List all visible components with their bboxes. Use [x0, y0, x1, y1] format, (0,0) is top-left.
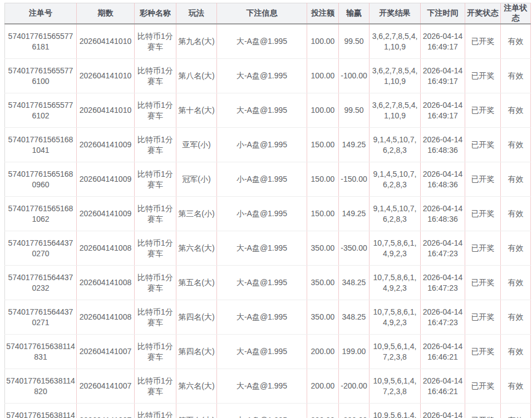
- table-header: 注单号期数彩种名称玩法下注信息投注额输赢开奖结果下注时间开奖状态注单状态: [5, 3, 531, 24]
- cell-draw_result: 10,9,5,6,1,4,7,2,3,8: [370, 335, 421, 369]
- cell-bet_id: 5740177615655776100: [5, 59, 77, 93]
- cell-bet_info: 大-A盘@1.995: [217, 266, 307, 300]
- cell-lottery_name: 比特币1分赛车: [135, 162, 176, 197]
- table-body: 5740177615655776181202604141010比特币1分赛车第九…: [5, 24, 531, 418]
- cell-play: 冠军(小): [176, 162, 217, 197]
- cell-bet_info: 小-A盘@1.995: [217, 162, 307, 197]
- cell-order_status: 有效: [501, 369, 531, 404]
- cell-play: 第十名(大): [176, 93, 217, 128]
- cell-period: 202604141010: [77, 59, 135, 93]
- cell-bet_amount: 100.00: [307, 59, 339, 93]
- cell-draw_status: 已开奖: [465, 266, 501, 300]
- cell-play: 第八名(大): [176, 59, 217, 93]
- cell-draw_result: 10,9,5,6,1,4,7,2,3,8: [370, 404, 421, 418]
- cell-period: 202604141008: [77, 300, 135, 335]
- cell-win_loss: -100.00: [339, 59, 370, 93]
- table-row: 5740177615638114831202604141007比特币1分赛车第四…: [5, 335, 531, 369]
- cell-bet_id: 5740177615638114812: [5, 404, 77, 418]
- cell-bet_info: 小-A盘@1.995: [217, 128, 307, 162]
- cell-period: 202604141010: [77, 93, 135, 128]
- bet-records-panel: 注单号期数彩种名称玩法下注信息投注额输赢开奖结果下注时间开奖状态注单状态 574…: [0, 0, 532, 418]
- cell-order_status: 有效: [501, 197, 531, 231]
- cell-period: 202604141008: [77, 231, 135, 266]
- cell-play: 第六名(大): [176, 231, 217, 266]
- cell-win_loss: 149.25: [339, 128, 370, 162]
- cell-bet_info: 大-A盘@1.995: [217, 369, 307, 404]
- cell-bet_amount: 100.00: [307, 93, 339, 128]
- cell-bet_amount: 150.00: [307, 197, 339, 231]
- cell-lottery_name: 比特币1分赛车: [135, 197, 176, 231]
- cell-play: 第四名(大): [176, 300, 217, 335]
- cell-order_status: 有效: [501, 335, 531, 369]
- bet-records-table: 注单号期数彩种名称玩法下注信息投注额输赢开奖结果下注时间开奖状态注单状态 574…: [4, 3, 531, 418]
- cell-bet_id: 5740177615651680960: [5, 162, 77, 197]
- cell-bet_id: 5740177615644370232: [5, 266, 77, 300]
- cell-bet_info: 大-A盘@1.995: [217, 24, 307, 59]
- cell-bet_info: 大-A盘@1.995: [217, 231, 307, 266]
- cell-bet_amount: 100.00: [307, 24, 339, 59]
- cell-bet_time: 2026-04-14 16:49:17: [421, 59, 465, 93]
- column-header-order_status: 注单状态: [501, 3, 531, 24]
- column-header-bet_amount: 投注额: [307, 3, 339, 24]
- cell-period: 202604141009: [77, 197, 135, 231]
- cell-order_status: 有效: [501, 59, 531, 93]
- cell-draw_result: 3,6,2,7,8,5,4,1,10,9: [370, 24, 421, 59]
- cell-bet_info: 小-A盘@1.995: [217, 197, 307, 231]
- cell-draw_status: 已开奖: [465, 162, 501, 197]
- cell-lottery_name: 比特币1分赛车: [135, 24, 176, 59]
- cell-win_loss: 149.25: [339, 197, 370, 231]
- table-row: 5740177615651681062202604141009比特币1分赛车第三…: [5, 197, 531, 231]
- cell-period: 202604141008: [77, 266, 135, 300]
- cell-bet_time: 2026-04-14 16:47:23: [421, 300, 465, 335]
- cell-play: 第四名(大): [176, 335, 217, 369]
- cell-order_status: 有效: [501, 300, 531, 335]
- cell-win_loss: 99.50: [339, 93, 370, 128]
- cell-bet_amount: 150.00: [307, 162, 339, 197]
- column-header-draw_status: 开奖状态: [465, 3, 501, 24]
- column-header-bet_time: 下注时间: [421, 3, 465, 24]
- cell-bet_time: 2026-04-14 16:47:23: [421, 231, 465, 266]
- table-row: 5740177615638114812202604141007比特币1分赛车第五…: [5, 404, 531, 418]
- table-row: 5740177615644370271202604141008比特币1分赛车第四…: [5, 300, 531, 335]
- cell-win_loss: -200.00: [339, 404, 370, 418]
- cell-bet_time: 2026-04-14 16:47:23: [421, 266, 465, 300]
- column-header-draw_result: 开奖结果: [370, 3, 421, 24]
- cell-lottery_name: 比特币1分赛车: [135, 369, 176, 404]
- cell-bet_time: 2026-04-14 16:46:21: [421, 369, 465, 404]
- column-header-period: 期数: [77, 3, 135, 24]
- column-header-win_loss: 输赢: [339, 3, 370, 24]
- table-row: 5740177615655776100202604141010比特币1分赛车第八…: [5, 59, 531, 93]
- cell-period: 202604141009: [77, 162, 135, 197]
- cell-bet_time: 2026-04-14 16:46:21: [421, 335, 465, 369]
- cell-bet_amount: 350.00: [307, 266, 339, 300]
- cell-bet_id: 5740177615655776102: [5, 93, 77, 128]
- cell-order_status: 有效: [501, 162, 531, 197]
- cell-period: 202604141007: [77, 404, 135, 418]
- cell-bet_time: 2026-04-14 16:49:17: [421, 93, 465, 128]
- table-row: 5740177615655776181202604141010比特币1分赛车第九…: [5, 24, 531, 59]
- cell-play: 亚军(小): [176, 128, 217, 162]
- column-header-lottery_name: 彩种名称: [135, 3, 176, 24]
- table-row: 5740177615638114820202604141007比特币1分赛车第六…: [5, 369, 531, 404]
- cell-bet_amount: 150.00: [307, 128, 339, 162]
- cell-lottery_name: 比特币1分赛车: [135, 300, 176, 335]
- cell-bet_time: 2026-04-14 16:48:36: [421, 197, 465, 231]
- cell-win_loss: -200.00: [339, 369, 370, 404]
- cell-bet_amount: 200.00: [307, 404, 339, 418]
- cell-lottery_name: 比特币1分赛车: [135, 266, 176, 300]
- cell-bet_amount: 350.00: [307, 231, 339, 266]
- cell-play: 第三名(小): [176, 197, 217, 231]
- cell-bet_info: 大-A盘@1.995: [217, 59, 307, 93]
- cell-bet_time: 2026-04-14 16:48:36: [421, 162, 465, 197]
- cell-lottery_name: 比特币1分赛车: [135, 128, 176, 162]
- cell-bet_id: 5740177615644370271: [5, 300, 77, 335]
- cell-win_loss: 348.25: [339, 266, 370, 300]
- table-row: 5740177615651681041202604141009比特币1分赛车亚军…: [5, 128, 531, 162]
- column-header-play: 玩法: [176, 3, 217, 24]
- cell-bet_id: 5740177615651681062: [5, 197, 77, 231]
- cell-draw_result: 3,6,2,7,8,5,4,1,10,9: [370, 93, 421, 128]
- cell-lottery_name: 比特币1分赛车: [135, 93, 176, 128]
- cell-lottery_name: 比特币1分赛车: [135, 59, 176, 93]
- cell-play: 第五名(大): [176, 404, 217, 418]
- cell-win_loss: -350.00: [339, 231, 370, 266]
